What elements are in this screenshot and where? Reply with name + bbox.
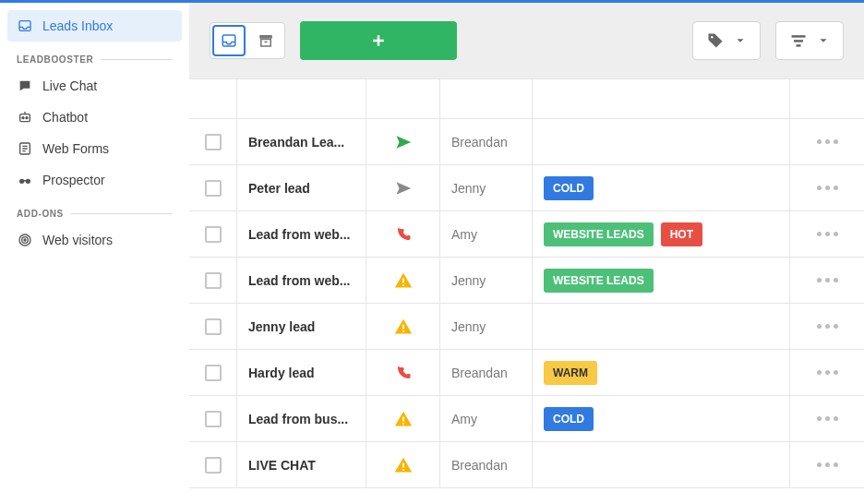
row-actions-button[interactable] [817,324,838,329]
svg-rect-15 [792,35,806,38]
lead-title: Lead from web... [237,211,366,257]
row-checkbox[interactable] [205,318,222,335]
label-tag: COLD [544,176,594,200]
activity-icon[interactable] [366,304,440,349]
view-inbox-button[interactable] [212,25,246,56]
owner-name: Jenny [440,304,533,349]
activity-icon[interactable] [366,211,440,257]
add-lead-button[interactable] [300,21,457,60]
svg-point-6 [26,179,30,184]
activity-icon[interactable] [366,258,440,303]
label-tag: HOT [661,222,702,246]
binoculars-icon [17,172,33,188]
row-actions-button[interactable] [817,462,838,467]
svg-rect-21 [402,330,404,332]
main: Breandan Lea...BreandanPeter leadJennyCO… [189,3,864,504]
sidebar-item-chatbot[interactable]: Chatbot [7,102,182,133]
table-header [189,78,864,119]
form-icon [17,140,33,157]
row-actions-button[interactable] [817,186,838,190]
table-row[interactable]: Breandan Lea...Breandan [189,119,864,165]
labels-cell [533,119,790,164]
svg-rect-24 [402,462,404,467]
sidebar-item-label: Leads Inbox [42,18,113,33]
lead-title: Lead from bus... [237,396,366,441]
svg-rect-20 [402,324,404,329]
sidebar-item-leads-inbox[interactable]: Leads Inbox [7,10,182,42]
svg-rect-19 [402,284,404,286]
row-checkbox[interactable] [205,411,222,427]
caret-down-icon [734,34,747,47]
sidebar: Leads Inbox LEADBOOSTER Live Chat Chatbo… [0,3,189,504]
row-actions-button[interactable] [817,278,838,282]
svg-point-5 [19,179,24,184]
bot-icon [17,109,33,126]
owner-name: Breandan [440,350,533,395]
radar-icon [17,232,33,248]
labels-cell: COLD [533,165,790,210]
svg-point-3 [26,117,28,119]
table-body: Breandan Lea...BreandanPeter leadJennyCO… [189,119,864,488]
activity-icon[interactable] [366,442,440,487]
label-tag: WEBSITE LEADS [544,222,654,246]
lead-title: Breandan Lea... [237,119,366,164]
svg-rect-25 [402,469,404,471]
svg-point-2 [22,117,24,119]
sidebar-item-web-visitors[interactable]: Web visitors [7,224,182,256]
row-checkbox[interactable] [205,457,222,474]
activity-icon[interactable] [366,350,440,395]
activity-icon[interactable] [366,119,440,164]
svg-point-14 [711,36,714,39]
table-row[interactable]: Jenny leadJenny [189,304,864,350]
svg-rect-7 [24,180,27,181]
svg-rect-23 [402,423,404,425]
toolbar [189,3,864,78]
row-checkbox[interactable] [205,134,222,150]
owner-name: Jenny [440,165,533,210]
lead-title: Jenny lead [237,304,366,349]
more-filter-dropdown[interactable] [775,21,844,60]
lead-title: Peter lead [237,165,366,210]
sidebar-item-label: Prospector [42,173,105,187]
section-header-addons: ADD-ONS [7,196,182,224]
table-row[interactable]: Lead from web...AmyWEBSITE LEADSHOT [189,211,864,258]
view-archive-button[interactable] [247,23,284,58]
table-row[interactable]: Hardy leadBreandanWARM [189,350,864,396]
tag-icon [706,31,725,50]
svg-rect-12 [259,35,272,39]
inbox-icon [17,18,33,34]
row-checkbox[interactable] [205,272,222,289]
sidebar-item-web-forms[interactable]: Web Forms [7,133,182,164]
table-row[interactable]: Lead from bus...AmyCOLD [189,396,864,442]
sidebar-item-label: Chatbot [42,110,88,125]
row-checkbox[interactable] [205,180,222,197]
lead-title: Lead from web... [237,258,366,303]
section-header-leadbooster: LEADBOOSTER [7,42,182,70]
sidebar-item-prospector[interactable]: Prospector [7,164,182,196]
svg-rect-22 [402,416,404,421]
row-actions-button[interactable] [817,370,838,375]
table-row[interactable]: Lead from web...JennyWEBSITE LEADS [189,258,864,304]
row-checkbox[interactable] [205,226,222,243]
activity-icon[interactable] [366,396,440,441]
table-row[interactable]: LIVE CHATBreandan [189,442,864,488]
lead-title: Hardy lead [237,350,366,395]
row-actions-button[interactable] [817,416,838,421]
row-actions-button[interactable] [817,232,838,236]
lead-title: LIVE CHAT [237,442,366,487]
sidebar-item-live-chat[interactable]: Live Chat [7,70,182,102]
sidebar-item-label: Web Forms [42,141,109,156]
app-root: Leads Inbox LEADBOOSTER Live Chat Chatbo… [0,0,864,504]
owner-name: Breandan [440,119,533,164]
label-tag: COLD [544,407,594,431]
activity-icon[interactable] [366,165,440,210]
caret-down-icon [817,34,830,47]
label-filter-dropdown[interactable] [692,21,761,60]
owner-name: Amy [440,396,533,441]
row-actions-button[interactable] [817,139,838,144]
table-row[interactable]: Peter leadJennyCOLD [189,165,864,211]
sidebar-item-label: Live Chat [42,78,97,93]
svg-rect-17 [797,44,801,46]
chat-icon [17,78,33,94]
row-checkbox[interactable] [205,365,222,381]
